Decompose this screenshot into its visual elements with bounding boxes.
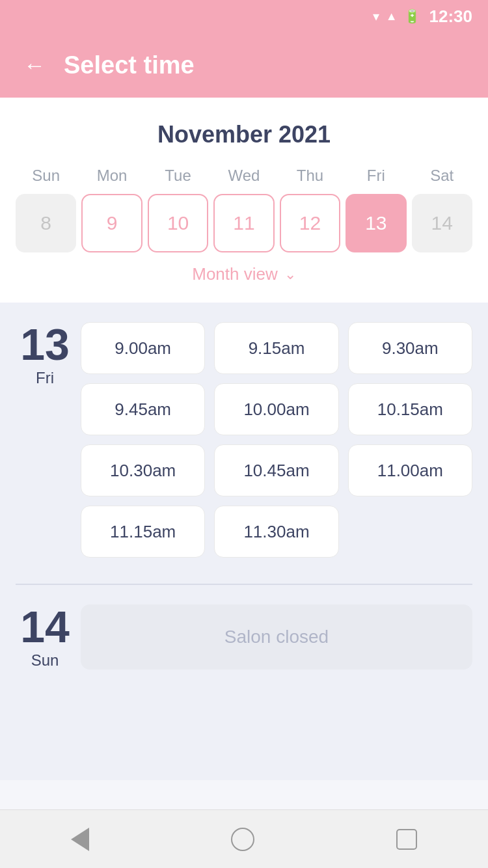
time-slot-1045am[interactable]: 10.45am — [214, 444, 338, 496]
date-cell-14: 14 — [412, 194, 472, 252]
time-slot-900am[interactable]: 9.00am — [81, 322, 205, 374]
day-header-mon: Mon — [79, 167, 144, 185]
time-slot-1015am[interactable]: 10.15am — [348, 383, 472, 435]
back-nav-icon[interactable] — [71, 828, 89, 851]
day-name-13: Fri — [36, 369, 54, 387]
time-slot-945am[interactable]: 9.45am — [81, 383, 205, 435]
signal-icon: ▲ — [386, 10, 398, 23]
day-number-block-13: 13 Fri — [16, 322, 74, 387]
time-slot-1115am[interactable]: 11.15am — [81, 506, 205, 558]
status-bar: ▾ ▲ 🔋 12:30 — [0, 0, 488, 33]
time-section: 13 Fri 9.00am 9.15am 9.30am 9.45am 10.00… — [0, 303, 488, 780]
time-slot-1030am[interactable]: 10.30am — [81, 444, 205, 496]
time-slot-915am[interactable]: 9.15am — [214, 322, 338, 374]
battery-icon: 🔋 — [404, 8, 420, 24]
date-cell-9[interactable]: 9 — [81, 194, 142, 252]
day-header-fri: Fri — [343, 167, 409, 185]
recents-nav-icon[interactable] — [396, 829, 417, 850]
chevron-down-icon: ⌄ — [284, 266, 296, 283]
time-slots-wrapper-13: 9.00am 9.15am 9.30am 9.45am 10.00am 10.1… — [81, 322, 472, 558]
time-slot-930am[interactable]: 9.30am — [348, 322, 472, 374]
home-nav-icon[interactable] — [231, 828, 254, 851]
day-number-13: 13 — [20, 322, 70, 366]
date-cell-10[interactable]: 10 — [148, 194, 208, 252]
day-headers-row: Sun Mon Tue Wed Thu Fri Sat — [13, 167, 475, 185]
date-cell-12[interactable]: 12 — [280, 194, 340, 252]
day-header-tue: Tue — [145, 167, 211, 185]
time-slot-1100am[interactable]: 11.00am — [348, 444, 472, 496]
month-year-label: November 2021 — [13, 121, 475, 148]
status-time: 12:30 — [429, 7, 473, 27]
day-content-13: 13 Fri 9.00am 9.15am 9.30am 9.45am 10.00… — [16, 322, 472, 558]
date-cell-8: 8 — [16, 194, 76, 252]
section-divider — [16, 584, 472, 585]
day-header-sun: Sun — [13, 167, 79, 185]
day-number-block-14: 14 Sun — [16, 604, 74, 670]
day-block-14: 14 Sun Salon closed — [16, 604, 472, 670]
calendar-section: November 2021 Sun Mon Tue Wed Thu Fri Sa… — [0, 98, 488, 303]
bottom-nav — [0, 809, 488, 868]
time-slot-1130am[interactable]: 11.30am — [214, 506, 338, 558]
date-cell-11[interactable]: 11 — [213, 194, 274, 252]
day-name-14: Sun — [31, 651, 59, 670]
app-header: ← Select time — [0, 33, 488, 98]
day-header-thu: Thu — [277, 167, 343, 185]
day-header-wed: Wed — [211, 167, 277, 185]
time-slots-grid-13: 9.00am 9.15am 9.30am 9.45am 10.00am 10.1… — [81, 322, 472, 558]
time-slot-1000am[interactable]: 10.00am — [214, 383, 338, 435]
back-button[interactable]: ← — [23, 53, 46, 78]
day-number-14: 14 — [20, 604, 70, 649]
date-row: 8 9 10 11 12 13 14 — [13, 194, 475, 252]
salon-closed-label: Salon closed — [224, 627, 329, 647]
day-content-14: 14 Sun Salon closed — [16, 604, 472, 670]
month-view-label: Month view — [192, 264, 278, 284]
day-header-sat: Sat — [409, 167, 475, 185]
salon-closed-box: Salon closed — [81, 604, 472, 670]
page-title: Select time — [64, 51, 195, 79]
date-cell-13[interactable]: 13 — [346, 194, 406, 252]
status-icons: ▾ ▲ 🔋 — [373, 8, 420, 24]
wifi-icon: ▾ — [373, 8, 379, 24]
month-view-toggle[interactable]: Month view ⌄ — [13, 252, 475, 290]
day-block-13: 13 Fri 9.00am 9.15am 9.30am 9.45am 10.00… — [16, 322, 472, 558]
